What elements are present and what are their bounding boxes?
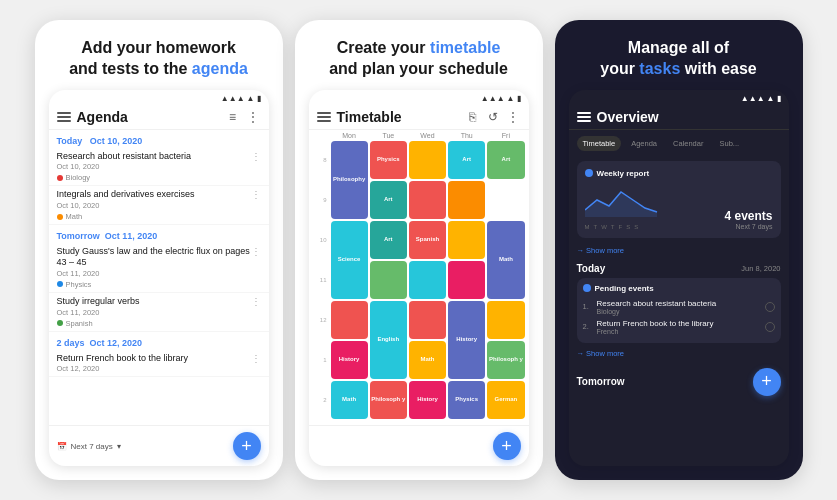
share-icon[interactable]: ⎘	[465, 109, 481, 125]
more-icon[interactable]: ⋮	[245, 109, 261, 125]
wr-subtitle: Next 7 days	[724, 223, 772, 230]
tomorrow-bar: Tomorrow +	[569, 362, 789, 402]
tab-agenda[interactable]: Agenda	[625, 136, 663, 151]
bottom-bar-text: 📅 Next 7 days ▾	[57, 442, 121, 451]
refresh-icon[interactable]: ↺	[485, 109, 501, 125]
cell-empty-thu2[interactable]	[448, 181, 485, 219]
cell-history-mon[interactable]: History	[331, 341, 368, 379]
agenda-item[interactable]: Return French book to the library Oct 12…	[49, 350, 269, 378]
cell-english-tue[interactable]: English	[370, 301, 407, 379]
cell-empty-wed4[interactable]	[409, 261, 446, 299]
today-section: Today Jun 8, 2020	[569, 259, 789, 276]
wr-body: M T W T F S S 4 events Next 7 days	[585, 182, 773, 230]
cell-empty-wed5[interactable]	[409, 301, 446, 339]
overview-app-bar: Overview	[569, 105, 789, 130]
day-f: F	[619, 224, 623, 230]
add-fab[interactable]: +	[753, 368, 781, 396]
cell-philosophy-fri[interactable]: Philosoph y	[487, 341, 524, 379]
cell-empty-wed2[interactable]	[409, 181, 446, 219]
add-fab[interactable]: +	[233, 432, 261, 460]
cell-empty-wed1[interactable]	[409, 141, 446, 179]
today-label: Today	[577, 263, 606, 274]
subject-dot	[57, 320, 63, 326]
item-subject: Biology	[57, 173, 251, 182]
pending-item-1[interactable]: 1. Research about resistant bacteria Bio…	[583, 297, 775, 317]
cell-empty-fri5[interactable]	[487, 301, 524, 339]
day-fri: Fri	[487, 132, 524, 139]
cell-philosophy-mon[interactable]: Philosophy	[331, 141, 368, 219]
cell-art-thu1[interactable]: Art	[448, 141, 485, 179]
cell-history-thu[interactable]: History	[448, 301, 485, 379]
cell-art-tue2[interactable]: Art	[370, 181, 407, 219]
battery-icon: ▮	[257, 94, 261, 103]
item-more-icon[interactable]: ⋮	[251, 296, 261, 307]
item-more-icon[interactable]: ⋮	[251, 353, 261, 364]
card1-header: Add your homework and tests to the agend…	[49, 20, 268, 90]
date-2days: 2 days Oct 12, 2020	[49, 332, 269, 350]
battery-icon: ▮	[777, 94, 781, 103]
card2-highlight: timetable	[430, 39, 500, 56]
pending-events: Pending events 1. Research about resista…	[577, 278, 781, 343]
cell-math-mon7[interactable]: Math	[331, 381, 368, 419]
item-more-icon[interactable]: ⋮	[251, 189, 261, 200]
item-more-icon[interactable]: ⋮	[251, 151, 261, 162]
card2-line1: Create your	[337, 39, 426, 56]
agenda-item[interactable]: Integrals and derivatives exercises Oct …	[49, 186, 269, 225]
subject-name: Physics	[66, 280, 92, 289]
cell-spanish-wed[interactable]: Spanish	[409, 221, 446, 259]
menu-icon[interactable]	[57, 112, 71, 122]
cell-empty-thu3[interactable]	[448, 221, 485, 259]
filter-icon[interactable]: ≡	[225, 109, 241, 125]
menu-icon[interactable]	[577, 112, 591, 122]
time-1: 1	[313, 341, 329, 379]
cell-science-mon[interactable]: Science	[331, 221, 368, 299]
pending-item-2[interactable]: 2. Return French book to the library Fre…	[583, 317, 775, 337]
item-content: Study irregular verbs Oct 11, 2020 Spani…	[57, 296, 251, 328]
cell-physics-tue[interactable]: Physics	[370, 141, 407, 179]
cell-philo-tue7[interactable]: Philosoph y	[370, 381, 407, 419]
item-title: Study irregular verbs	[57, 296, 251, 307]
cell-math-wed[interactable]: Math	[409, 341, 446, 379]
tab-calendar[interactable]: Calendar	[667, 136, 709, 151]
show-more-pending[interactable]: → Show more	[569, 345, 789, 362]
status-bar: ▲▲▲ ▲ ▮	[309, 90, 529, 105]
bottom-bar: 📅 Next 7 days ▾ +	[49, 425, 269, 466]
cell-history-wed7[interactable]: History	[409, 381, 446, 419]
add-fab[interactable]: +	[493, 432, 521, 460]
cell-art-fri1[interactable]: Art	[487, 141, 524, 179]
day-w: W	[601, 224, 607, 230]
cell-math-fri[interactable]: Math	[487, 221, 524, 299]
item-date: Oct 10, 2020	[57, 162, 251, 171]
agenda-item[interactable]: Research about resistant bacteria Oct 10…	[49, 148, 269, 187]
calendar-icon: 📅	[57, 442, 67, 451]
agenda-item[interactable]: Study Gauss's law and the electric flux …	[49, 243, 269, 293]
item-check[interactable]	[765, 302, 775, 312]
timetable-app-bar: Timetable ⎘ ↺ ⋮	[309, 105, 529, 130]
card1-line1: Add your homework	[81, 39, 236, 56]
tab-sub[interactable]: Sub...	[713, 136, 745, 151]
item-more-icon[interactable]: ⋮	[251, 246, 261, 257]
agenda-item[interactable]: Study irregular verbs Oct 11, 2020 Spani…	[49, 293, 269, 332]
card-agenda: Add your homework and tests to the agend…	[35, 20, 283, 480]
item-subject: Spanish	[57, 319, 251, 328]
cell-empty-thu4[interactable]	[448, 261, 485, 299]
agenda-screen: ▲▲▲ ▲ ▮ Agenda ≡ ⋮ Today Oct 10, 2020 Re…	[49, 90, 269, 466]
menu-icon[interactable]	[317, 112, 331, 122]
timetable-title: Timetable	[337, 109, 461, 125]
day-wed: Wed	[409, 132, 446, 139]
cell-art-tue3[interactable]: Art	[370, 221, 407, 259]
signal-icon: ▲▲▲	[481, 94, 505, 103]
more-icon[interactable]: ⋮	[505, 109, 521, 125]
card-overview: Manage all of your tasks with ease ▲▲▲ ▲…	[555, 20, 803, 480]
cell-empty-tue4[interactable]	[370, 261, 407, 299]
show-more-weekly[interactable]: → Show more	[569, 242, 789, 259]
cell-empty-mon5[interactable]	[331, 301, 368, 339]
cell-german-fri7[interactable]: German	[487, 381, 524, 419]
tab-timetable[interactable]: Timetable	[577, 136, 622, 151]
item-check[interactable]	[765, 322, 775, 332]
item-date: Oct 11, 2020	[57, 269, 251, 278]
card3-line1: Manage all of	[628, 39, 729, 56]
bottom-bar: +	[309, 425, 529, 466]
cell-physics-thu7[interactable]: Physics	[448, 381, 485, 419]
item-content: Research about resistant bacteria Oct 10…	[57, 151, 251, 183]
